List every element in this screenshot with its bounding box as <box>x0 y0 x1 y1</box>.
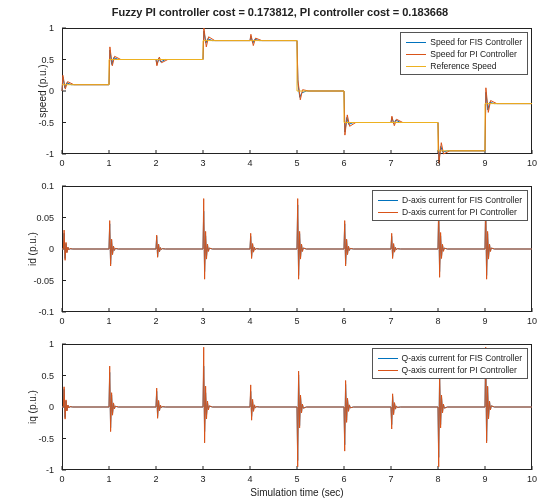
legend-entry: D-axis current for PI Controller <box>378 206 522 218</box>
legend: Speed for FIS Controller Speed for PI Co… <box>400 32 528 75</box>
line-icon <box>378 358 398 359</box>
x-tick: 8 <box>435 474 440 484</box>
x-tick: 9 <box>482 316 487 326</box>
legend-entry: Speed for FIS Controller <box>406 36 522 48</box>
y-tick: -0.1 <box>38 307 54 317</box>
subplot-iq: iq (p.u.) Simulation time (sec) Q-axis c… <box>62 344 532 470</box>
y-tick: 0 <box>49 402 54 412</box>
legend: D-axis current for FIS Controller D-axis… <box>372 190 528 221</box>
figure-title: Fuzzy PI controller cost = 0.173812, PI … <box>0 6 560 18</box>
subplot-speed: speed (p.u.) Speed for FIS Controller Sp… <box>62 28 532 154</box>
line-icon <box>406 54 426 55</box>
x-tick: 7 <box>388 474 393 484</box>
x-tick: 3 <box>200 316 205 326</box>
line-icon <box>406 66 426 67</box>
y-tick: 0.5 <box>41 55 54 65</box>
x-tick: 4 <box>247 316 252 326</box>
x-tick: 10 <box>527 316 537 326</box>
legend: Q-axis current for FIS Controller Q-axis… <box>372 348 528 379</box>
x-tick: 8 <box>435 158 440 168</box>
subplot-id: id (p.u.) D-axis current for FIS Control… <box>62 186 532 312</box>
ylabel: id (p.u.) <box>27 232 38 266</box>
line-icon <box>378 200 398 201</box>
legend-entry: Speed for PI Controller <box>406 48 522 60</box>
y-tick: 0.05 <box>36 213 54 223</box>
ylabel: iq (p.u.) <box>27 390 38 424</box>
legend-entry: Q-axis current for FIS Controller <box>378 352 522 364</box>
x-tick: 5 <box>294 316 299 326</box>
y-tick: -0.5 <box>38 118 54 128</box>
x-tick: 6 <box>341 158 346 168</box>
x-tick: 5 <box>294 474 299 484</box>
x-tick: 9 <box>482 474 487 484</box>
y-tick: -0.05 <box>33 276 54 286</box>
x-tick: 4 <box>247 158 252 168</box>
y-tick: 0 <box>49 86 54 96</box>
legend-entry: Q-axis current for PI Controller <box>378 364 522 376</box>
x-tick: 7 <box>388 158 393 168</box>
x-tick: 6 <box>341 316 346 326</box>
x-tick: 7 <box>388 316 393 326</box>
x-tick: 2 <box>153 316 158 326</box>
x-tick: 0 <box>59 316 64 326</box>
y-tick: 0.5 <box>41 371 54 381</box>
xlabel: Simulation time (sec) <box>62 487 532 498</box>
x-tick: 3 <box>200 474 205 484</box>
x-tick: 4 <box>247 474 252 484</box>
y-tick: -1 <box>46 465 54 475</box>
x-tick: 1 <box>106 474 111 484</box>
y-tick: 0 <box>49 244 54 254</box>
x-tick: 3 <box>200 158 205 168</box>
x-tick: 2 <box>153 158 158 168</box>
x-tick: 0 <box>59 158 64 168</box>
y-tick: 1 <box>49 23 54 33</box>
line-icon <box>378 212 398 213</box>
x-tick: 8 <box>435 316 440 326</box>
x-tick: 6 <box>341 474 346 484</box>
x-tick: 1 <box>106 316 111 326</box>
x-tick: 1 <box>106 158 111 168</box>
x-tick: 5 <box>294 158 299 168</box>
line-icon <box>406 42 426 43</box>
y-tick: 0.1 <box>41 181 54 191</box>
legend-entry: D-axis current for FIS Controller <box>378 194 522 206</box>
x-tick: 10 <box>527 158 537 168</box>
figure: Fuzzy PI controller cost = 0.173812, PI … <box>0 0 560 500</box>
line-icon <box>378 370 398 371</box>
y-tick: -0.5 <box>38 434 54 444</box>
legend-entry: Reference Speed <box>406 60 522 72</box>
x-tick: 0 <box>59 474 64 484</box>
y-tick: 1 <box>49 339 54 349</box>
x-tick: 10 <box>527 474 537 484</box>
ylabel: speed (p.u.) <box>37 64 48 117</box>
x-tick: 2 <box>153 474 158 484</box>
y-tick: -1 <box>46 149 54 159</box>
x-tick: 9 <box>482 158 487 168</box>
